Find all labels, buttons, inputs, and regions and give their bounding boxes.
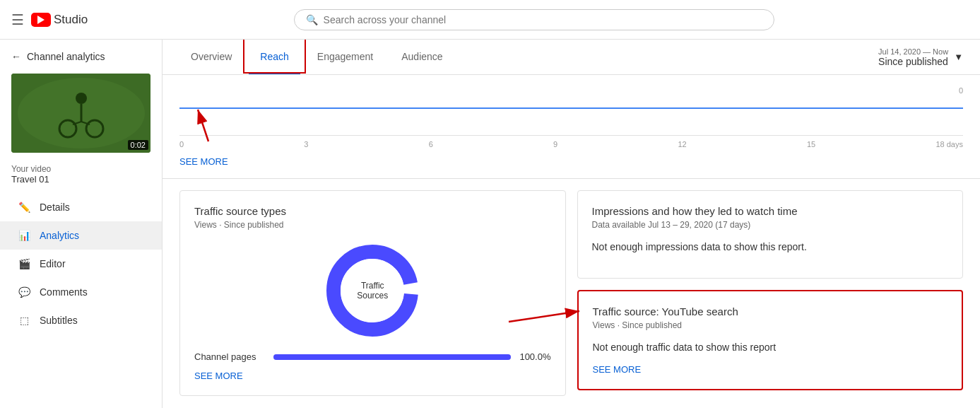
right-column: Impressions and how they led to watch ti… (577, 190, 964, 396)
date-range-text: Jul 14, 2020 — Now (878, 47, 948, 56)
progress-label: Channel pages (194, 351, 265, 362)
chevron-down-icon: ▼ (954, 52, 963, 62)
video-image: 0:02 (11, 74, 150, 153)
sidebar-label-details: Details (40, 202, 70, 213)
impressions-card: Impressions and how they led to watch ti… (577, 190, 964, 279)
yt-search-see-more[interactable]: SEE MORE (593, 364, 948, 375)
back-arrow-icon: ← (11, 51, 21, 62)
subtitles-icon: ⬚ (17, 315, 31, 326)
traffic-source-title: Traffic source types (194, 205, 551, 217)
tab-engagement[interactable]: Engagement (306, 40, 384, 74)
date-period-text: Since published (878, 56, 948, 67)
chart-container: 0 0 3 6 9 12 15 18 days (179, 86, 963, 136)
search-icon: 🔍 (306, 14, 318, 25)
sidebar-label-comments: Comments (40, 286, 88, 298)
cards-grid: Traffic source types Views · Since publi… (163, 179, 980, 407)
details-icon: ✏️ (17, 202, 31, 213)
layout: ← Channel analytics (0, 40, 980, 408)
traffic-yt-search-card: Traffic source: YouTube search Views · S… (577, 290, 964, 390)
sidebar-item-analytics[interactable]: 📊 Analytics (0, 221, 162, 250)
sidebar: ← Channel analytics (0, 40, 163, 408)
chart-see-more[interactable]: SEE MORE (179, 156, 228, 167)
progress-row-channel-pages: Channel pages 100.0% (194, 351, 551, 362)
chart-line (179, 107, 963, 109)
traffic-source-subtitle: Views · Since published (194, 220, 551, 230)
search-bar[interactable]: 🔍 (294, 9, 774, 30)
impressions-title: Impressions and how they led to watch ti… (592, 205, 949, 217)
sidebar-back-label: Channel analytics (27, 51, 105, 62)
tab-audience[interactable]: Audience (390, 40, 454, 74)
tab-reach[interactable]: Reach (249, 40, 300, 74)
header-left: ☰ Studio (11, 11, 88, 28)
impressions-no-data: Not enough impressions data to show this… (592, 241, 949, 252)
menu-icon[interactable]: ☰ (11, 11, 24, 28)
tab-overview-label: Overview (191, 51, 232, 62)
video-info: Your video Travel 01 (0, 158, 162, 193)
video-thumbnail: 0:02 (11, 74, 150, 153)
sidebar-item-editor[interactable]: 🎬 Editor (0, 250, 162, 278)
yt-search-subtitle: Views · Since published (593, 320, 948, 330)
comments-icon: 💬 (17, 286, 31, 298)
header: ☰ Studio 🔍 (0, 0, 980, 40)
progress-pct: 100.0% (519, 351, 551, 362)
svg-point-2 (76, 93, 87, 104)
tab-engagement-label: Engagement (317, 51, 373, 62)
youtube-logo: Studio (31, 13, 88, 27)
analytics-icon: 📊 (17, 230, 31, 241)
sidebar-back[interactable]: ← Channel analytics (0, 40, 162, 68)
tabs-bar: Overview Reach Engagement Audience Jul 1… (163, 40, 980, 75)
impressions-subtitle: Data available Jul 13 – 29, 2020 (17 day… (592, 220, 949, 230)
sidebar-item-details[interactable]: ✏️ Details (0, 193, 162, 221)
donut-center: TrafficSources (341, 259, 404, 322)
chart-baseline (179, 135, 963, 136)
search-input[interactable] (324, 14, 762, 25)
chart-y-label: 0 (959, 86, 963, 95)
yt-search-no-data: Not enough traffic data to show this rep… (593, 342, 948, 353)
video-name: Travel 01 (11, 174, 150, 185)
sidebar-nav: ✏️ Details 📊 Analytics 🎬 Editor 💬 Commen… (0, 193, 162, 334)
traffic-source-see-more[interactable]: SEE MORE (194, 371, 551, 381)
traffic-source-card: Traffic source types Views · Since publi… (179, 190, 566, 396)
tab-overview[interactable]: Overview (179, 40, 243, 74)
progress-bar-fill (273, 354, 511, 360)
sidebar-item-subtitles[interactable]: ⬚ Subtitles (0, 306, 162, 334)
sidebar-label-analytics: Analytics (40, 230, 79, 241)
studio-label: Studio (54, 13, 88, 27)
chart-area: 0 0 3 6 9 12 15 18 days SEE MORE (163, 75, 980, 179)
video-label: Your video (11, 164, 150, 174)
sidebar-label-subtitles: Subtitles (40, 315, 78, 326)
yt-icon (31, 13, 51, 27)
chart-x-labels: 0 3 6 9 12 15 18 days (179, 140, 963, 148)
main-content: Overview Reach Engagement Audience Jul 1… (163, 40, 980, 408)
progress-bar-bg (273, 354, 511, 360)
sidebar-item-comments[interactable]: 💬 Comments (0, 278, 162, 306)
donut-chart: TrafficSources (323, 241, 422, 340)
yt-search-title: Traffic source: YouTube search (593, 305, 948, 317)
sidebar-label-editor: Editor (40, 258, 66, 269)
date-filter[interactable]: Jul 14, 2020 — Now Since published ▼ (878, 47, 963, 67)
tab-reach-label: Reach (260, 51, 288, 62)
video-duration: 0:02 (128, 140, 148, 150)
donut-container: TrafficSources (194, 241, 551, 340)
donut-center-text: TrafficSources (357, 281, 388, 301)
editor-icon: 🎬 (17, 258, 31, 269)
tab-audience-label: Audience (401, 51, 442, 62)
